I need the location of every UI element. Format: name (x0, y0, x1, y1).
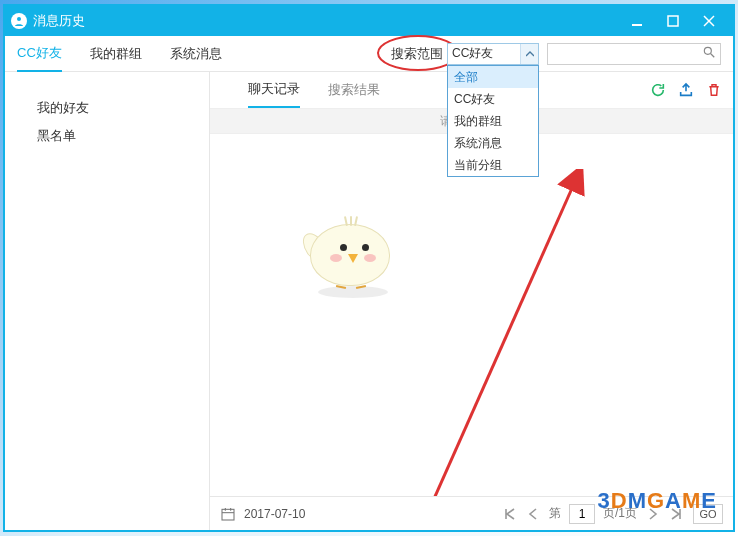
subtab-chat-log[interactable]: 聊天记录 (248, 72, 300, 108)
close-button[interactable] (691, 7, 727, 35)
window-title: 消息历史 (33, 12, 85, 30)
body: 我的好友 黑名单 聊天记录 搜索结果 请选择 (5, 72, 733, 530)
svg-point-5 (704, 47, 711, 54)
chevron-up-icon (520, 44, 538, 64)
scope-option-current[interactable]: 当前分组 (448, 154, 538, 176)
scope-option-system[interactable]: 系统消息 (448, 132, 538, 154)
tab-system-messages[interactable]: 系统消息 (170, 37, 222, 71)
page-go-button[interactable]: GO (693, 504, 723, 524)
search-box (547, 43, 721, 65)
content-canvas (210, 134, 733, 496)
title-bar: 消息历史 (5, 6, 733, 36)
svg-rect-2 (668, 16, 678, 26)
scope-option-friends[interactable]: CC好友 (448, 88, 538, 110)
tab-my-groups[interactable]: 我的群组 (90, 37, 142, 71)
search-scope-label: 搜索范围 (391, 45, 443, 63)
tab-cc-friends[interactable]: CC好友 (17, 36, 62, 72)
delete-icon[interactable] (703, 79, 725, 101)
page-prev-button[interactable] (523, 504, 543, 524)
footer-date: 2017-07-10 (244, 507, 305, 521)
maximize-button[interactable] (655, 7, 691, 35)
svg-point-0 (17, 17, 21, 21)
scope-option-groups[interactable]: 我的群组 (448, 110, 538, 132)
app-icon (11, 13, 27, 29)
app-window: 消息历史 CC好友 我的群组 系统消息 搜索范围 CC好友 全部 CC好友 我的… (3, 4, 735, 532)
subtab-search-results[interactable]: 搜索结果 (328, 73, 380, 107)
export-icon[interactable] (675, 79, 697, 101)
sidebar: 我的好友 黑名单 (5, 72, 210, 530)
annotation-arrow (405, 169, 595, 496)
minimize-button[interactable] (619, 7, 655, 35)
scope-option-all[interactable]: 全部 (448, 66, 538, 88)
search-icon[interactable] (702, 45, 716, 62)
page-prefix: 第 (549, 505, 561, 522)
sidebar-item-my-friends[interactable]: 我的好友 (5, 94, 209, 122)
page-number-input[interactable] (569, 504, 595, 524)
sidebar-item-blacklist[interactable]: 黑名单 (5, 122, 209, 150)
svg-rect-8 (222, 509, 234, 520)
search-input[interactable] (552, 47, 702, 61)
search-scope-select[interactable]: CC好友 全部 CC好友 我的群组 系统消息 当前分组 (447, 43, 539, 65)
calendar-icon[interactable] (220, 506, 236, 522)
search-scope-dropdown: 全部 CC好友 我的群组 系统消息 当前分组 (447, 65, 539, 177)
page-last-button[interactable] (667, 504, 687, 524)
footer-bar: 2017-07-10 第 页/1页 GO (210, 496, 733, 530)
page-suffix: 页/1页 (603, 505, 637, 522)
page-first-button[interactable] (499, 504, 519, 524)
refresh-icon[interactable] (647, 79, 669, 101)
svg-line-7 (425, 177, 577, 496)
page-next-button[interactable] (643, 504, 663, 524)
top-bar: CC好友 我的群组 系统消息 搜索范围 CC好友 全部 CC好友 我的群组 系统… (5, 36, 733, 72)
search-scope-value: CC好友 (452, 45, 493, 62)
svg-line-6 (711, 54, 715, 58)
